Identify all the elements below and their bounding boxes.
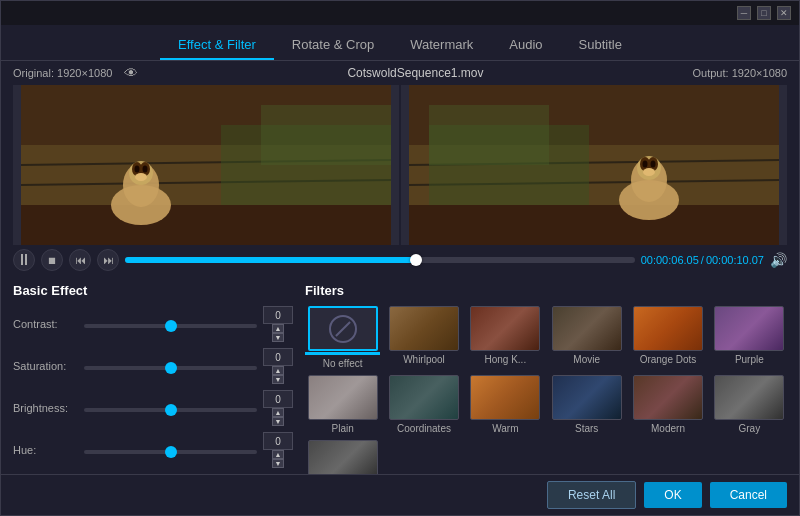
filter-thumb-coordinates xyxy=(389,375,459,420)
filter-thumb-hongk xyxy=(470,306,540,351)
saturation-down[interactable]: ▼ xyxy=(272,375,284,384)
filter-warm[interactable]: Warm xyxy=(468,375,543,434)
contrast-slider[interactable] xyxy=(84,324,257,328)
tab-bar: Effect & Filter Rotate & Crop Watermark … xyxy=(1,25,799,61)
saturation-value: 0 xyxy=(263,348,293,366)
preview-area xyxy=(1,85,799,245)
filter-stars[interactable]: Stars xyxy=(549,375,624,434)
filter-purple[interactable]: Purple xyxy=(712,306,787,369)
filter-thumb-no-effect xyxy=(308,306,378,351)
svg-rect-19 xyxy=(409,205,779,245)
pause-button[interactable]: ⏸ xyxy=(13,249,35,271)
hue-up[interactable]: ▲ xyxy=(272,450,284,459)
hue-label: Hue: xyxy=(13,444,78,456)
filter-thumb-movie xyxy=(552,306,622,351)
basic-effect-title: Basic Effect xyxy=(13,283,293,298)
filter-thumb-modern xyxy=(633,375,703,420)
filter-name-plain: Plain xyxy=(332,423,354,434)
filter-thumb-gray xyxy=(714,375,784,420)
time-current: 00:00:06.05 xyxy=(641,254,699,266)
filter-name-purple: Purple xyxy=(735,354,764,365)
cancel-button[interactable]: Cancel xyxy=(710,482,787,508)
contrast-down[interactable]: ▼ xyxy=(272,333,284,342)
hue-down[interactable]: ▼ xyxy=(272,459,284,468)
filter-coordinates[interactable]: Coordinates xyxy=(386,375,461,434)
tab-subtitle[interactable]: Subtitle xyxy=(561,31,640,60)
prev-frame-button[interactable]: ⏮ xyxy=(69,249,91,271)
contrast-value: 0 xyxy=(263,306,293,324)
brightness-row: Brightness: 0 ▲ ▼ xyxy=(13,390,293,426)
main-window: ─ □ ✕ Effect & Filter Rotate & Crop Wate… xyxy=(0,0,800,516)
filter-pixelate[interactable]: Pixelate xyxy=(305,440,380,474)
filters-grid: No effect Whirlpool Hong K... Movie xyxy=(305,306,787,474)
volume-icon[interactable]: 🔊 xyxy=(770,252,787,268)
svg-point-29 xyxy=(643,168,655,176)
ok-button[interactable]: OK xyxy=(644,482,701,508)
contrast-slider-wrap xyxy=(84,317,257,331)
filter-thumb-orangedots xyxy=(633,306,703,351)
brightness-up[interactable]: ▲ xyxy=(272,408,284,417)
filter-movie[interactable]: Movie xyxy=(549,306,624,369)
filter-name-no-effect: No effect xyxy=(323,358,363,369)
reset-all-button[interactable]: Reset All xyxy=(547,481,636,509)
filter-thumb-pixelate xyxy=(308,440,378,474)
output-label: Output: 1920×1080 xyxy=(693,67,788,79)
hue-slider-wrap xyxy=(84,443,257,457)
progress-bar[interactable] xyxy=(125,257,635,263)
brightness-slider-wrap xyxy=(84,401,257,415)
filter-name-gray: Gray xyxy=(738,423,760,434)
hue-spinner: ▲ ▼ xyxy=(272,450,284,468)
filter-name-movie: Movie xyxy=(573,354,600,365)
left-video-frame xyxy=(13,85,399,245)
contrast-value-box: 0 ▲ ▼ xyxy=(263,306,293,342)
svg-rect-15 xyxy=(261,105,391,165)
filter-hongk[interactable]: Hong K... xyxy=(468,306,543,369)
tab-rotate-crop[interactable]: Rotate & Crop xyxy=(274,31,392,60)
title-bar: ─ □ ✕ xyxy=(1,1,799,25)
brightness-slider[interactable] xyxy=(84,408,257,412)
filter-whirlpool[interactable]: Whirlpool xyxy=(386,306,461,369)
saturation-slider[interactable] xyxy=(84,366,257,370)
filter-no-effect[interactable]: No effect xyxy=(305,306,380,369)
saturation-up[interactable]: ▲ xyxy=(272,366,284,375)
close-button[interactable]: ✕ xyxy=(777,6,791,20)
hue-value-box: 0 ▲ ▼ xyxy=(263,432,293,468)
filter-thumb-purple xyxy=(714,306,784,351)
left-preview xyxy=(13,85,399,245)
hue-slider[interactable] xyxy=(84,450,257,454)
filter-name-coordinates: Coordinates xyxy=(397,423,451,434)
filter-thumb-warm xyxy=(470,375,540,420)
tab-effect-filter[interactable]: Effect & Filter xyxy=(160,31,274,60)
minimize-button[interactable]: ─ xyxy=(737,6,751,20)
original-label: Original: 1920×1080 xyxy=(13,67,112,79)
brightness-value-box: 0 ▲ ▼ xyxy=(263,390,293,426)
filter-orangedots[interactable]: Orange Dots xyxy=(630,306,705,369)
contrast-up[interactable]: ▲ xyxy=(272,324,284,333)
bottom-panel: Basic Effect Contrast: 0 ▲ ▼ Saturation: xyxy=(1,275,799,474)
basic-effect-panel: Basic Effect Contrast: 0 ▲ ▼ Saturation: xyxy=(13,283,293,466)
filter-modern[interactable]: Modern xyxy=(630,375,705,434)
filters-title: Filters xyxy=(305,283,787,298)
hue-value: 0 xyxy=(263,432,293,450)
tab-watermark[interactable]: Watermark xyxy=(392,31,491,60)
bottom-bar: Reset All OK Cancel xyxy=(1,474,799,515)
contrast-spinner: ▲ ▼ xyxy=(272,324,284,342)
filters-panel: Filters No effect Whirlpool xyxy=(305,283,787,466)
video-info-row: Original: 1920×1080 👁 CotswoldSequence1.… xyxy=(1,61,799,85)
eye-icon[interactable]: 👁 xyxy=(124,65,138,81)
maximize-button[interactable]: □ xyxy=(757,6,771,20)
filter-gray[interactable]: Gray xyxy=(712,375,787,434)
filter-selected-bar xyxy=(305,352,380,355)
right-video-frame xyxy=(401,85,787,245)
filter-plain[interactable]: Plain xyxy=(305,375,380,434)
brightness-down[interactable]: ▼ xyxy=(272,417,284,426)
filter-thumb-stars xyxy=(552,375,622,420)
right-preview xyxy=(401,85,787,245)
filename-label: CotswoldSequence1.mov xyxy=(146,66,684,80)
progress-filled xyxy=(125,257,416,263)
next-frame-button[interactable]: ⏭ xyxy=(97,249,119,271)
svg-point-11 xyxy=(135,166,140,173)
tab-audio[interactable]: Audio xyxy=(491,31,560,60)
svg-point-27 xyxy=(643,161,648,168)
stop-button[interactable]: ⏹ xyxy=(41,249,63,271)
